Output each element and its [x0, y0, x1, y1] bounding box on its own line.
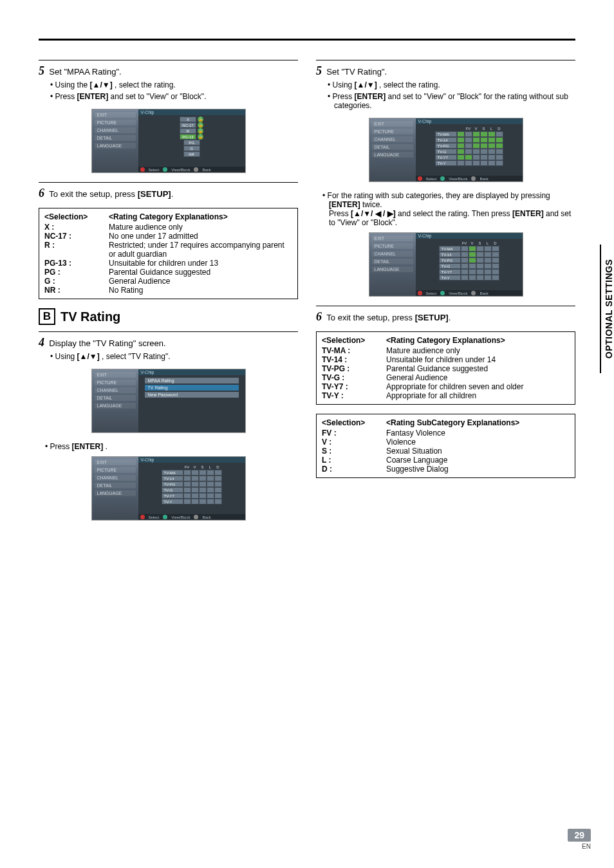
def-key: TV-MA : — [322, 346, 386, 355]
dot-icon — [418, 291, 422, 295]
dot-icon — [194, 515, 198, 519]
rating-item-selected: PG-13 — [180, 134, 196, 140]
def-val: Parental Guidance suggested — [109, 268, 292, 277]
mpaa-definition-table: <Selection> <Rating Category Explanation… — [39, 208, 298, 299]
def-val: Restricted; under 17 requires accompanyi… — [109, 241, 292, 259]
def-key: R : — [44, 241, 109, 250]
subcategory-definition-table: <Selection> <Rating SubCategory Explanat… — [316, 414, 575, 478]
rating-item: X — [180, 116, 196, 122]
step-number: 6 — [39, 187, 44, 199]
grid-col: S — [199, 464, 207, 470]
grid-row: TV-PG — [435, 143, 457, 149]
sidebar-item: CHANNEL — [95, 475, 136, 481]
grid-col: L — [488, 125, 496, 131]
def-key: PG : — [44, 268, 109, 277]
grid-col: FV — [183, 464, 191, 470]
def-key: NC-17 : — [44, 232, 109, 241]
grid-col: FV — [461, 240, 469, 246]
def-key: PG-13 : — [44, 259, 109, 268]
def-val: General Audience — [109, 277, 292, 286]
sidebar-item: EXIT — [372, 121, 413, 127]
bullet: Using [▲/▼] , select the rating. — [328, 80, 575, 89]
key-label: [SETUP] — [138, 189, 171, 199]
step-number: 6 — [316, 310, 322, 323]
bullet: Press [ENTER] and set to "View" or "Bloc… — [328, 92, 575, 110]
text: Press — [55, 92, 77, 101]
two-column-layout: 5 Set "MPAA Rating". Using the [▲/▼] , s… — [39, 60, 575, 530]
sidebar-item: CHANNEL — [95, 127, 136, 133]
dot-icon — [471, 176, 476, 181]
grid-col: D — [492, 240, 499, 246]
sidebar-item: PICTURE — [95, 380, 136, 385]
tv-definition-table: <Selection> <Rating Category Explanation… — [316, 331, 575, 405]
text: . — [171, 189, 174, 199]
grid-row: TV-Y — [439, 275, 461, 281]
page-lang: EN — [568, 843, 591, 850]
dot-icon — [163, 167, 167, 172]
def-val: Mature audience only — [386, 346, 570, 355]
grid-row: TV-PG — [439, 257, 461, 263]
def-val: Unsuitable for children under 13 — [109, 259, 292, 268]
text: Using the — [55, 80, 90, 89]
step-text: Display the "TV Rating" screen. — [49, 338, 165, 348]
grid-row: TV-MA — [439, 246, 461, 252]
foot-label: Select — [426, 291, 437, 295]
col-head: <Rating SubCategory Explanations> — [386, 418, 519, 427]
lock-icon: 🔒 — [198, 116, 203, 122]
text: , select the rating. — [379, 80, 440, 89]
def-key: TV-G : — [322, 373, 386, 382]
grid-row: TV-14 — [162, 476, 183, 481]
text: Press — [333, 92, 355, 101]
def-val: Parental Guidance suggested — [386, 364, 570, 373]
key-label: [▲/▼] — [90, 80, 113, 89]
key-label: [▲/▼] — [355, 80, 377, 89]
def-val: Appropriate for children seven and older — [386, 382, 570, 391]
dot-icon — [440, 176, 445, 181]
foot-label: View/Block — [449, 291, 467, 295]
sidebar-item: LANGUAGE — [372, 152, 413, 158]
foot-label: View/Block — [171, 515, 190, 519]
def-val: Fantasy Violence — [386, 429, 570, 438]
def-val: Unsuitable for children under 14 — [386, 355, 570, 364]
vchip-title: V-Chip — [138, 109, 245, 115]
section-letter-box: B — [39, 308, 55, 325]
foot-label: View/Block — [449, 177, 467, 181]
key-label: [▲/▼/ ◀ / ▶] — [351, 209, 396, 218]
vchip-title: V-Chip — [138, 369, 245, 375]
grid-col: S — [480, 125, 488, 131]
right-step6: 6 To exit the setup, press [SETUP]. — [316, 306, 575, 324]
col-head: <Selection> — [322, 418, 386, 427]
col-head: <Rating Category Explanations> — [386, 336, 505, 345]
sidebar-item: DETAIL — [95, 483, 136, 488]
def-key: TV-Y : — [322, 391, 386, 400]
step-text: To exit the setup, press [SETUP]. — [49, 189, 173, 199]
side-tab-label: OPTIONAL SETTINGS — [600, 245, 614, 373]
def-val: Violence — [386, 438, 570, 447]
text: , select the rating. — [115, 80, 176, 89]
def-key: FV : — [322, 429, 386, 438]
grid-row: TV-Y — [162, 499, 183, 504]
right-column: 5 Set "TV Rating". Using [▲/▼] , select … — [316, 60, 575, 530]
text: and select the rating. Then press — [398, 209, 512, 218]
grid-row: TV-MA — [435, 131, 457, 137]
def-key: TV-Y7 : — [322, 382, 386, 391]
sidebar-item: PICTURE — [95, 120, 136, 125]
vchip-title: V-Chip — [416, 233, 523, 239]
key-label: [ENTER] — [329, 200, 360, 209]
foot-label: View/Block — [171, 168, 190, 172]
text: Press — [329, 209, 351, 218]
left-column: 5 Set "MPAA Rating". Using the [▲/▼] , s… — [39, 60, 298, 530]
vchip-screenshot-menu: EXIT PICTURE CHANNEL DETAIL LANGUAGE V-C… — [39, 369, 298, 433]
text: For the rating with sub categories, they… — [328, 191, 550, 200]
grid-row: TV-Y7 — [435, 154, 457, 160]
text: To exit the setup, press — [49, 189, 137, 199]
text: Using — [55, 352, 77, 361]
def-val: No Rating — [109, 286, 292, 295]
lock-icon: 🔒 — [198, 134, 203, 140]
grid-row: TV-PG — [162, 481, 183, 487]
grid-row: TV-14 — [435, 137, 457, 143]
rating-item: G — [183, 145, 200, 151]
page-footer: 29 EN — [568, 829, 591, 850]
grid-col: L — [484, 240, 492, 246]
foot-label: Back — [479, 177, 488, 181]
